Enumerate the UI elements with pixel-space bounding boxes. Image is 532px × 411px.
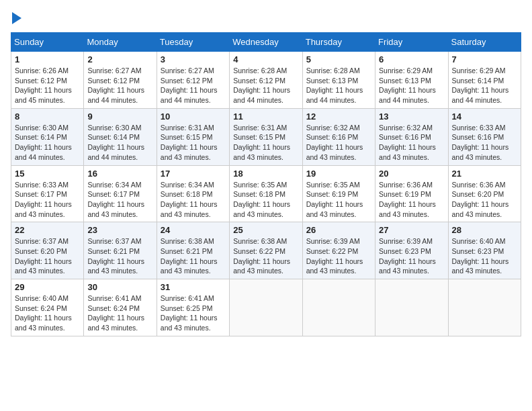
day-of-week-header: Monday [84, 33, 157, 52]
calendar-week-row: 29Sunrise: 6:40 AMSunset: 6:24 PMDayligh… [11, 279, 521, 336]
calendar-day-cell: 23Sunrise: 6:37 AMSunset: 6:21 PMDayligh… [84, 222, 157, 279]
day-info: Sunrise: 6:33 AMSunset: 6:16 PMDaylight:… [452, 123, 517, 163]
day-info: Sunrise: 6:34 AMSunset: 6:17 PMDaylight:… [87, 180, 152, 220]
day-number: 23 [87, 225, 152, 235]
day-number: 22 [15, 225, 80, 235]
calendar-day-cell: 24Sunrise: 6:38 AMSunset: 6:21 PMDayligh… [157, 222, 229, 279]
day-number: 26 [306, 225, 371, 235]
logo [11, 11, 21, 24]
day-info: Sunrise: 6:36 AMSunset: 6:19 PMDaylight:… [379, 180, 444, 220]
calendar-day-cell: 25Sunrise: 6:38 AMSunset: 6:22 PMDayligh… [230, 222, 302, 279]
calendar-week-row: 15Sunrise: 6:33 AMSunset: 6:17 PMDayligh… [11, 165, 521, 222]
day-info: Sunrise: 6:38 AMSunset: 6:21 PMDaylight:… [161, 236, 226, 276]
day-number: 27 [379, 225, 444, 235]
calendar-day-cell [375, 279, 448, 336]
day-number: 29 [15, 282, 80, 292]
calendar-day-cell: 28Sunrise: 6:40 AMSunset: 6:23 PMDayligh… [448, 222, 521, 279]
day-info: Sunrise: 6:31 AMSunset: 6:15 PMDaylight:… [161, 123, 226, 163]
day-info: Sunrise: 6:28 AMSunset: 6:13 PMDaylight:… [306, 66, 371, 105]
calendar-day-cell: 14Sunrise: 6:33 AMSunset: 6:16 PMDayligh… [448, 108, 521, 165]
calendar-day-cell: 12Sunrise: 6:32 AMSunset: 6:16 PMDayligh… [302, 108, 375, 165]
day-info: Sunrise: 6:32 AMSunset: 6:16 PMDaylight:… [379, 123, 444, 163]
day-number: 2 [87, 54, 152, 64]
calendar-day-cell: 5Sunrise: 6:28 AMSunset: 6:13 PMDaylight… [302, 52, 375, 109]
day-number: 9 [87, 111, 152, 122]
calendar-day-cell: 21Sunrise: 6:36 AMSunset: 6:20 PMDayligh… [448, 165, 521, 222]
day-info: Sunrise: 6:41 AMSunset: 6:25 PMDaylight:… [161, 293, 226, 333]
calendar-day-cell: 8Sunrise: 6:30 AMSunset: 6:14 PMDaylight… [11, 108, 84, 165]
day-info: Sunrise: 6:29 AMSunset: 6:13 PMDaylight:… [379, 66, 444, 105]
logo-arrow-icon [12, 12, 21, 24]
calendar-day-cell: 15Sunrise: 6:33 AMSunset: 6:17 PMDayligh… [11, 165, 84, 222]
calendar-day-cell [302, 279, 375, 336]
calendar-day-cell: 17Sunrise: 6:34 AMSunset: 6:18 PMDayligh… [157, 165, 229, 222]
calendar-day-cell [230, 279, 302, 336]
day-number: 19 [306, 169, 371, 179]
day-number: 13 [379, 111, 444, 122]
calendar-day-cell: 11Sunrise: 6:31 AMSunset: 6:15 PMDayligh… [230, 108, 302, 165]
calendar-week-row: 22Sunrise: 6:37 AMSunset: 6:20 PMDayligh… [11, 222, 521, 279]
calendar-day-cell: 27Sunrise: 6:39 AMSunset: 6:23 PMDayligh… [375, 222, 448, 279]
day-of-week-header: Tuesday [157, 33, 229, 52]
day-info: Sunrise: 6:29 AMSunset: 6:14 PMDaylight:… [452, 66, 517, 105]
day-of-week-header: Sunday [11, 33, 84, 52]
day-number: 12 [306, 111, 371, 122]
day-number: 14 [452, 111, 517, 122]
calendar-day-cell: 22Sunrise: 6:37 AMSunset: 6:20 PMDayligh… [11, 222, 84, 279]
calendar-day-cell: 1Sunrise: 6:26 AMSunset: 6:12 PMDaylight… [11, 52, 84, 109]
day-number: 4 [233, 54, 298, 64]
calendar-day-cell: 18Sunrise: 6:35 AMSunset: 6:18 PMDayligh… [230, 165, 302, 222]
day-info: Sunrise: 6:30 AMSunset: 6:14 PMDaylight:… [15, 123, 80, 163]
day-info: Sunrise: 6:40 AMSunset: 6:24 PMDaylight:… [15, 293, 80, 333]
day-info: Sunrise: 6:33 AMSunset: 6:17 PMDaylight:… [15, 180, 80, 220]
day-number: 1 [15, 54, 80, 64]
calendar-week-row: 1Sunrise: 6:26 AMSunset: 6:12 PMDaylight… [11, 52, 521, 109]
calendar-day-cell: 29Sunrise: 6:40 AMSunset: 6:24 PMDayligh… [11, 279, 84, 336]
day-number: 15 [15, 169, 80, 179]
calendar-table: SundayMondayTuesdayWednesdayThursdayFrid… [11, 32, 521, 336]
calendar-day-cell: 6Sunrise: 6:29 AMSunset: 6:13 PMDaylight… [375, 52, 448, 109]
day-info: Sunrise: 6:39 AMSunset: 6:23 PMDaylight:… [379, 236, 444, 276]
day-number: 6 [379, 54, 444, 64]
day-info: Sunrise: 6:28 AMSunset: 6:12 PMDaylight:… [233, 66, 298, 105]
day-info: Sunrise: 6:40 AMSunset: 6:23 PMDaylight:… [452, 236, 517, 276]
day-info: Sunrise: 6:39 AMSunset: 6:22 PMDaylight:… [306, 236, 371, 276]
calendar-day-cell: 31Sunrise: 6:41 AMSunset: 6:25 PMDayligh… [157, 279, 229, 336]
day-number: 30 [87, 282, 152, 292]
day-info: Sunrise: 6:30 AMSunset: 6:14 PMDaylight:… [87, 123, 152, 163]
day-number: 3 [161, 54, 226, 64]
day-number: 17 [161, 169, 226, 179]
day-info: Sunrise: 6:36 AMSunset: 6:20 PMDaylight:… [452, 180, 517, 220]
day-info: Sunrise: 6:38 AMSunset: 6:22 PMDaylight:… [233, 236, 298, 276]
page-header [11, 11, 521, 24]
day-number: 21 [452, 169, 517, 179]
day-info: Sunrise: 6:35 AMSunset: 6:18 PMDaylight:… [233, 180, 298, 220]
day-info: Sunrise: 6:26 AMSunset: 6:12 PMDaylight:… [15, 66, 80, 105]
calendar-week-row: 8Sunrise: 6:30 AMSunset: 6:14 PMDaylight… [11, 108, 521, 165]
day-info: Sunrise: 6:37 AMSunset: 6:21 PMDaylight:… [87, 236, 152, 276]
calendar-day-cell: 26Sunrise: 6:39 AMSunset: 6:22 PMDayligh… [302, 222, 375, 279]
day-of-week-header: Wednesday [230, 33, 302, 52]
day-number: 16 [87, 169, 152, 179]
day-number: 18 [233, 169, 298, 179]
day-info: Sunrise: 6:35 AMSunset: 6:19 PMDaylight:… [306, 180, 371, 220]
day-info: Sunrise: 6:34 AMSunset: 6:18 PMDaylight:… [161, 180, 226, 220]
calendar-day-cell: 20Sunrise: 6:36 AMSunset: 6:19 PMDayligh… [375, 165, 448, 222]
day-info: Sunrise: 6:31 AMSunset: 6:15 PMDaylight:… [233, 123, 298, 163]
day-info: Sunrise: 6:32 AMSunset: 6:16 PMDaylight:… [306, 123, 371, 163]
day-number: 20 [379, 169, 444, 179]
calendar-day-cell: 7Sunrise: 6:29 AMSunset: 6:14 PMDaylight… [448, 52, 521, 109]
day-number: 5 [306, 54, 371, 64]
calendar-day-cell: 2Sunrise: 6:27 AMSunset: 6:12 PMDaylight… [84, 52, 157, 109]
day-number: 7 [452, 54, 517, 64]
day-number: 10 [161, 111, 226, 122]
day-number: 8 [15, 111, 80, 122]
day-of-week-header: Thursday [302, 33, 375, 52]
day-number: 11 [233, 111, 298, 122]
day-info: Sunrise: 6:41 AMSunset: 6:24 PMDaylight:… [87, 293, 152, 333]
calendar-day-cell: 10Sunrise: 6:31 AMSunset: 6:15 PMDayligh… [157, 108, 229, 165]
calendar-day-cell: 4Sunrise: 6:28 AMSunset: 6:12 PMDaylight… [230, 52, 302, 109]
calendar-day-cell: 19Sunrise: 6:35 AMSunset: 6:19 PMDayligh… [302, 165, 375, 222]
day-number: 31 [161, 282, 226, 292]
calendar-header-row: SundayMondayTuesdayWednesdayThursdayFrid… [11, 33, 521, 52]
